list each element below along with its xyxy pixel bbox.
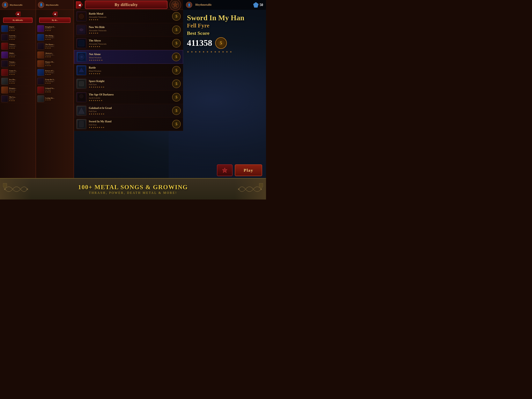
song-thumb: [76, 38, 86, 48]
by-difficulty-button[interactable]: By difficulty: [85, 0, 167, 9]
item-artist: No Sons ...: [9, 80, 34, 82]
list-item[interactable]: The Holog... The Neologis... ★ ★ ★ ★: [36, 33, 74, 42]
back-arrow-icon-mid: ◀: [54, 13, 56, 16]
stars: ★ ★ ★ ★: [9, 65, 34, 66]
song-details: Galahad et le Graal Fell Fyre ★ ★ ★ ★ ★ …: [89, 107, 172, 115]
difficulty-number: 5: [176, 109, 177, 113]
song-item[interactable]: Space Knight Fell Fyre ★ ★ ★ ★ ★ ★ ★ ★ 5: [74, 77, 183, 90]
song-item[interactable]: The Abyss Alexander Nakarada ★ ★ ★ ★ ★ ★…: [74, 37, 183, 50]
song-thumb: [76, 52, 87, 62]
score-number: 411358: [187, 38, 212, 48]
list-item[interactable]: Flames Of... Ulfsark ★ ★ ★ ★: [36, 59, 74, 68]
item-info: From the A... The Neologis... ★ ★ ★ ★: [45, 78, 72, 84]
list-item[interactable]: In a Da... No Sons ... ★ ★ ★ ★: [0, 77, 36, 86]
by-diff-btn-back[interactable]: By difficulty: [3, 18, 32, 23]
list-item[interactable]: The La... Mornar... ★ ★ ★ ★: [0, 95, 36, 103]
song-item[interactable]: Battle Metal Alexander Nakarada ★ ★ ★ ★ …: [74, 10, 183, 23]
item-title: Venom...: [9, 61, 34, 63]
song-details: Battle Blind Wisdom ★ ★ ★ ★ ★ ★: [89, 66, 172, 75]
difficulty-badge: 5: [172, 66, 181, 75]
stars: ★ ★ ★ ★: [45, 47, 72, 49]
song-item[interactable]: Battle Blind Wisdom ★ ★ ★ ★ ★ ★ 5: [74, 64, 183, 77]
action-icon-button[interactable]: [217, 164, 233, 176]
item-artist: Ulfsark: [45, 63, 72, 65]
song-stars: ★ ★ ★ ★ ★ ★: [89, 73, 172, 75]
song-item[interactable]: Now We Ride Alexander Nakarada ★ ★ ★ ★ ★…: [74, 23, 183, 37]
list-item[interactable]: Kingdom O... Sermilion ★ ★ ★ ★: [36, 24, 74, 33]
item-title: Lacerat...: [9, 35, 34, 37]
song-artist: Blind Wisdom: [89, 56, 172, 59]
item-artist: Jimmy Ol...: [9, 37, 34, 38]
item-title: Grimed So...: [45, 87, 72, 89]
item-thumb: [1, 69, 8, 76]
difficulty-badge: 5: [172, 26, 181, 34]
back-button-mid[interactable]: ◀: [52, 12, 58, 16]
back-button-main[interactable]: ◀: [76, 1, 83, 8]
svg-point-22: [26, 188, 28, 190]
song-artist: Alexander Nakarada: [89, 29, 172, 32]
list-item[interactable]: Lacerat... Jimmy Ol... ★ ★ ★ ★: [0, 33, 36, 42]
item-info: Respaw... Black Ma... ★ ★ ★ ★: [9, 87, 34, 93]
song-artist: Fell Fyre: [89, 123, 172, 126]
panel-header: ◀ By difficulty: [74, 0, 183, 10]
back-button-back[interactable]: ◀: [15, 12, 21, 16]
song-artist: Alexander Nakarada: [89, 16, 172, 18]
play-button[interactable]: Play: [235, 164, 262, 176]
by-diff-btn-mid[interactable]: By di...: [39, 18, 70, 23]
difficulty-number: 5: [176, 82, 177, 86]
avatar-mid: 👤: [38, 2, 44, 8]
song-title: Battle: [89, 66, 172, 69]
list-item[interactable]: Abstract... Frameless Sc... ★ ★ ★ ★: [36, 51, 74, 59]
item-thumb: [1, 25, 8, 32]
song-stars: ★ ★ ★ ★ ★ ★ ★: [89, 59, 172, 61]
sidebar-back-header: 👤 Rhythmetallic: [0, 0, 36, 10]
item-title: Respaw...: [9, 87, 34, 89]
difficulty-number: 5: [176, 55, 177, 59]
stars: ★ ★ ★ ★: [9, 82, 34, 84]
list-item[interactable]: Forces of I... The Neologis... ★ ★ ★ ★: [36, 68, 74, 77]
avatar-back: 👤: [2, 2, 8, 8]
featured-song-info: Sword In My Han Fell Fyre Best Score 411…: [183, 10, 266, 55]
list-item[interactable]: Malice Jacob Liz... ★ ★ ★ ★: [0, 51, 36, 59]
list-item[interactable]: The House... Eye of Fenris... ★ ★ ★ ★: [36, 42, 74, 51]
list-item[interactable]: Game O... Jacob Liz... ★ ★ ★ ★: [0, 68, 36, 77]
by-diff-label-back: By difficulty: [13, 19, 23, 21]
list-item[interactable]: Digital Jacob Liz... ★ ★ ★ ★: [0, 24, 36, 33]
sidebar-mid: 👤 Rhythmetallic ◀ By di... Kingdom O... …: [36, 0, 74, 200]
list-item[interactable]: Venom... Jacob Liz... ★ ★ ★ ★: [0, 59, 36, 68]
item-info: The House... Eye of Fenris... ★ ★ ★ ★: [45, 44, 72, 49]
song-details: Not Alone Blind Wisdom ★ ★ ★ ★ ★ ★ ★: [89, 53, 172, 61]
difficulty-number: 5: [176, 14, 177, 19]
list-item[interactable]: Losing the... ★ ★ ★ ★: [36, 95, 74, 103]
sidebar-mid-header: 👤 Rhythmetallic: [36, 0, 74, 10]
list-item[interactable]: Violenc... Jacob Liz... ★ ★ ★ ★: [0, 42, 36, 51]
svg-rect-13: [79, 81, 84, 86]
song-item-not-alone[interactable]: Not Alone Blind Wisdom ★ ★ ★ ★ ★ ★ ★ 5: [74, 50, 183, 64]
banner-main-text: 100+ METAL SONGS & GROWING: [78, 184, 188, 191]
difficulty-badge: 5: [172, 120, 181, 129]
song-stars: ★ ★ ★ ★ ★ ★: [89, 45, 172, 48]
song-details: The Age Of Darkness Jacob Lizotte ★ ★ ★ …: [89, 93, 172, 102]
item-thumb: [37, 78, 44, 85]
difficulty-badge: 5: [172, 12, 181, 21]
song-thumb: [76, 25, 86, 35]
back-icon: ◀: [78, 3, 81, 7]
stars: ★ ★ ★ ★: [45, 82, 72, 84]
svg-rect-19: [79, 121, 83, 127]
song-item[interactable]: Galahad et le Graal Fell Fyre ★ ★ ★ ★ ★ …: [74, 104, 183, 117]
song-item-sword[interactable]: Sword In My Hand Fell Fyre ★ ★ ★ ★ ★ ★ ★…: [74, 117, 183, 131]
item-thumb: [1, 86, 8, 94]
difficulty-badge: 5: [172, 79, 181, 88]
list-item[interactable]: From the A... The Neologis... ★ ★ ★ ★: [36, 77, 74, 86]
item-thumb: [37, 60, 44, 67]
bottom-banner: 100+ METAL SONGS & GROWING THRASH, POWER…: [0, 178, 266, 200]
song-item[interactable]: The Age Of Darkness Jacob Lizotte ★ ★ ★ …: [74, 90, 183, 104]
list-item[interactable]: Respaw... Black Ma... ★ ★ ★ ★: [0, 86, 36, 95]
list-item[interactable]: Grimed So... As I End ★ ★ ★ ★: [36, 86, 74, 95]
stars: ★ ★ ★ ★: [9, 74, 34, 75]
stars: ★ ★ ★ ★: [9, 91, 34, 93]
difficulty-badge: 5: [172, 39, 181, 48]
item-title: The Holog...: [45, 35, 72, 37]
ornament-svg-left: [3, 180, 28, 198]
item-artist: The Neologis...: [45, 80, 72, 82]
